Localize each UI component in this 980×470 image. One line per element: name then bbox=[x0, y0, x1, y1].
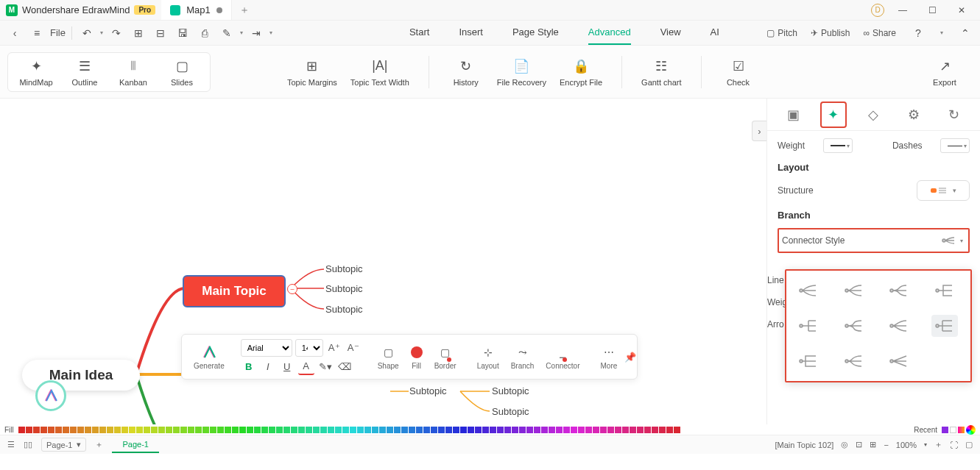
color-swatch[interactable] bbox=[217, 427, 224, 433]
color-swatch[interactable] bbox=[114, 427, 121, 433]
pin-icon[interactable]: 📌 bbox=[624, 352, 636, 363]
present-icon[interactable]: ▢ bbox=[965, 440, 973, 449]
ai-chip[interactable] bbox=[35, 380, 66, 411]
color-swatch[interactable] bbox=[195, 427, 202, 433]
recent-color[interactable] bbox=[950, 427, 956, 433]
color-swatch[interactable] bbox=[33, 427, 40, 433]
zoom-in-button[interactable]: ＋ bbox=[934, 439, 942, 450]
color-swatch[interactable] bbox=[585, 427, 592, 433]
conn-style-3[interactable] bbox=[886, 279, 912, 302]
maximize-button[interactable]: ☐ bbox=[921, 5, 943, 15]
more-button[interactable]: ⋯More bbox=[596, 344, 622, 370]
user-avatar[interactable]: D bbox=[871, 4, 884, 17]
target-icon[interactable]: ◎ bbox=[841, 440, 848, 449]
color-swatch[interactable] bbox=[372, 427, 378, 433]
italic-button[interactable]: I bbox=[260, 359, 276, 375]
color-swatch[interactable] bbox=[357, 427, 364, 433]
expand-collapse-icon[interactable]: – bbox=[287, 284, 297, 294]
color-swatch[interactable] bbox=[136, 427, 143, 433]
view-kanban[interactable]: ⫴Kanban bbox=[116, 57, 151, 87]
color-swatch[interactable] bbox=[401, 427, 408, 433]
color-swatch[interactable] bbox=[70, 427, 77, 433]
tab-page-style[interactable]: Page Style bbox=[512, 21, 559, 45]
export-button[interactable]: ↗Export bbox=[927, 57, 962, 87]
decrease-font-icon[interactable]: A⁻ bbox=[345, 340, 362, 356]
color-swatch[interactable] bbox=[55, 427, 62, 433]
minimize-button[interactable]: — bbox=[892, 5, 914, 15]
color-swatch[interactable] bbox=[387, 427, 393, 433]
publish-button[interactable]: ✈Publish bbox=[811, 28, 850, 38]
canvas[interactable]: Main Idea Main Topic – Main Topic Subtop… bbox=[0, 99, 766, 424]
color-swatch[interactable] bbox=[607, 427, 614, 433]
color-swatch[interactable] bbox=[445, 427, 452, 433]
conn-style-5[interactable] bbox=[795, 315, 822, 337]
color-swatch[interactable] bbox=[453, 427, 459, 433]
conn-style-8[interactable] bbox=[931, 315, 958, 337]
color-swatch[interactable] bbox=[232, 427, 239, 433]
color-swatch[interactable] bbox=[342, 427, 349, 433]
color-swatch[interactable] bbox=[637, 427, 644, 433]
color-swatch[interactable] bbox=[320, 427, 327, 433]
font-select[interactable]: Arial bbox=[241, 339, 292, 357]
color-swatch[interactable] bbox=[77, 427, 84, 433]
sp-tab-tag[interactable]: ◇ bbox=[860, 102, 886, 128]
node-subtopic[interactable]: Subtopic bbox=[492, 406, 529, 417]
tab-view[interactable]: View bbox=[660, 21, 681, 45]
color-swatch[interactable] bbox=[350, 427, 356, 433]
color-swatch[interactable] bbox=[482, 427, 489, 433]
color-swatch[interactable] bbox=[644, 427, 651, 433]
color-swatch[interactable] bbox=[549, 427, 555, 433]
check-button[interactable]: ☑Check bbox=[721, 57, 756, 87]
color-swatch[interactable] bbox=[364, 427, 371, 433]
generate-button[interactable]: Generate bbox=[189, 344, 229, 370]
font-color-button[interactable]: A bbox=[298, 359, 314, 375]
color-swatch[interactable] bbox=[328, 427, 334, 433]
page-selector[interactable]: Page-1▾ bbox=[41, 438, 86, 452]
color-swatch[interactable] bbox=[490, 427, 496, 433]
color-swatch[interactable] bbox=[468, 427, 474, 433]
conn-style-10[interactable] bbox=[841, 350, 867, 372]
conn-style-11[interactable] bbox=[886, 350, 912, 372]
color-swatch[interactable] bbox=[261, 427, 268, 433]
connector-style-row[interactable]: Connector Style ▾ bbox=[778, 228, 970, 253]
node-subtopic[interactable]: Subtopic bbox=[325, 263, 363, 274]
color-swatch[interactable] bbox=[144, 427, 150, 433]
color-swatch[interactable] bbox=[129, 427, 135, 433]
color-swatch[interactable] bbox=[18, 427, 25, 433]
conn-style-2[interactable] bbox=[841, 279, 867, 302]
node-subtopic[interactable]: Subtopic bbox=[325, 304, 363, 315]
history-button[interactable]: ↻History bbox=[448, 57, 484, 87]
add-page-button[interactable]: ＋ bbox=[95, 439, 103, 450]
edit-icon[interactable]: ✎ bbox=[218, 24, 236, 42]
color-swatch[interactable] bbox=[615, 427, 621, 433]
sp-tab-style[interactable]: ✦ bbox=[820, 102, 847, 128]
color-swatch[interactable] bbox=[335, 427, 342, 433]
color-swatch[interactable] bbox=[210, 427, 216, 433]
undo-icon[interactable]: ↶ bbox=[78, 24, 96, 42]
print-icon[interactable]: ⎙ bbox=[196, 24, 214, 42]
color-swatch[interactable] bbox=[526, 427, 533, 433]
color-swatch[interactable] bbox=[600, 427, 607, 433]
color-swatch[interactable] bbox=[151, 427, 158, 433]
outline-view-icon[interactable]: ☰ bbox=[7, 440, 15, 449]
fullscreen-icon[interactable]: ⛶ bbox=[950, 441, 958, 449]
sidepanel-toggle[interactable]: › bbox=[752, 121, 766, 141]
color-swatch[interactable] bbox=[180, 427, 187, 433]
view-mindmap[interactable]: ✦MindMap bbox=[18, 57, 54, 87]
color-swatch[interactable] bbox=[166, 427, 172, 433]
tab-insert[interactable]: Insert bbox=[459, 21, 483, 45]
color-swatch[interactable] bbox=[313, 427, 320, 433]
grid-icon[interactable]: ⊞ bbox=[870, 440, 876, 449]
color-swatch[interactable] bbox=[409, 427, 415, 433]
color-swatch[interactable] bbox=[563, 427, 570, 433]
color-swatch[interactable] bbox=[497, 427, 504, 433]
color-picker-icon[interactable] bbox=[966, 425, 976, 435]
color-swatch[interactable] bbox=[593, 427, 599, 433]
dashes-select[interactable] bbox=[940, 138, 970, 153]
back-icon[interactable]: ‹ bbox=[6, 24, 24, 42]
topic-margins-button[interactable]: ⊞Topic Margins bbox=[287, 57, 337, 87]
document-tab[interactable]: Map1 bbox=[161, 0, 232, 20]
collapse-ribbon-icon[interactable]: ⌃ bbox=[956, 24, 974, 42]
color-swatch[interactable] bbox=[438, 427, 445, 433]
fit-icon[interactable]: ⊡ bbox=[856, 440, 862, 449]
